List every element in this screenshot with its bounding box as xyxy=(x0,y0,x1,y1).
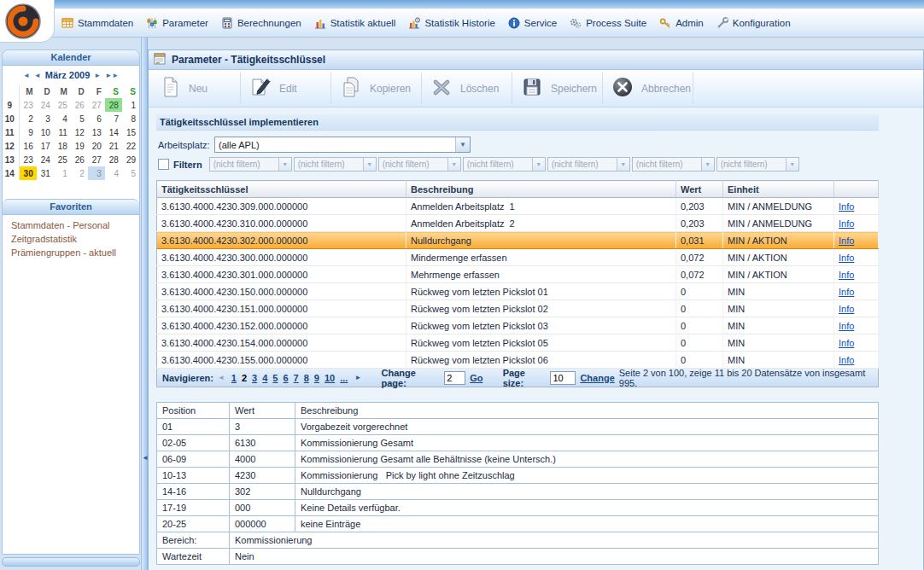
calendar-day[interactable]: 14 xyxy=(105,125,122,139)
calendar-day[interactable]: 27 xyxy=(88,153,105,166)
menu-item-berechnungen[interactable]: Berechnungen xyxy=(221,17,301,29)
page-link-...[interactable]: ... xyxy=(340,373,348,383)
calendar-day[interactable]: 1 xyxy=(54,166,71,180)
calendar-day[interactable]: 4 xyxy=(54,112,71,125)
table-row[interactable]: 3.6130.4000.4230.300.000.000000Mindermen… xyxy=(157,249,879,266)
calendar-day[interactable]: 19 xyxy=(71,139,88,153)
filter-select-1[interactable]: (nicht filtern)▼ xyxy=(209,157,292,172)
calendar-day[interactable]: 10 xyxy=(37,125,54,139)
filter-select-6[interactable]: (nicht filtern)▼ xyxy=(632,157,715,172)
calendar-day[interactable]: 4 xyxy=(105,166,122,180)
dropdown-arrow-icon[interactable]: ▼ xyxy=(455,137,470,152)
filter-select-7[interactable]: (nicht filtern)▼ xyxy=(716,157,799,172)
info-link[interactable]: Info xyxy=(839,355,854,365)
info-link[interactable]: Info xyxy=(839,218,854,229)
menu-item-stammdaten[interactable]: Stammdaten xyxy=(61,17,133,29)
page-link-8[interactable]: 8 xyxy=(304,373,309,383)
page-size-input[interactable] xyxy=(550,371,576,385)
filter-select-4[interactable]: (nicht filtern)▼ xyxy=(463,157,546,172)
table-row[interactable]: 3.6130.4000.4230.152.000.000000Rückweg v… xyxy=(157,317,879,334)
abbrechen-button[interactable]: Abbrechen xyxy=(603,73,693,104)
calendar-day[interactable]: 2 xyxy=(71,166,88,180)
calendar-day[interactable]: 3 xyxy=(88,166,105,180)
page-next-icon[interactable]: ► xyxy=(354,374,361,381)
info-link[interactable]: Info xyxy=(839,201,854,212)
page-link-10[interactable]: 10 xyxy=(325,373,335,383)
arbeitsplatz-select[interactable]: (alle APL) ▼ xyxy=(214,137,471,153)
sidebar-splitter[interactable]: ◄ xyxy=(141,38,148,570)
calendar-day[interactable]: 24 xyxy=(37,98,54,112)
filter-checkbox[interactable] xyxy=(158,159,169,170)
table-row[interactable]: 3.6130.4000.4230.301.000.000000Mehrmenge… xyxy=(157,266,879,283)
calendar-day[interactable]: 23 xyxy=(19,153,37,166)
table-row[interactable]: 3.6130.4000.4230.151.000.000000Rückweg v… xyxy=(157,300,879,317)
change-page-input[interactable] xyxy=(444,371,465,385)
calendar-day[interactable]: 16 xyxy=(19,139,37,153)
calendar-day[interactable]: 21 xyxy=(105,139,122,153)
calendar-day[interactable]: 17 xyxy=(37,139,54,153)
favorite-link-1[interactable]: Stammdaten - Personal xyxy=(11,220,131,230)
calendar-day[interactable]: 22 xyxy=(122,139,139,153)
page-link-4[interactable]: 4 xyxy=(262,373,267,383)
calendar-day[interactable]: 12 xyxy=(71,125,88,139)
calendar-day[interactable]: 9 xyxy=(19,125,37,139)
calendar-day[interactable]: 7 xyxy=(105,112,122,125)
loeschen-button[interactable]: Löschen xyxy=(422,73,512,104)
info-link[interactable]: Info xyxy=(839,253,854,263)
splitter-collapse-icon[interactable]: ◄ xyxy=(142,455,149,462)
calendar-day[interactable]: 23 xyxy=(19,98,37,112)
menu-item-parameter[interactable]: Parameter xyxy=(146,17,208,29)
page-link-1[interactable]: 1 xyxy=(231,373,237,383)
table-row[interactable]: 3.6130.4000.4230.150.000.000000Rückweg v… xyxy=(157,283,879,300)
calendar-day[interactable]: 26 xyxy=(71,153,88,166)
calendar-day[interactable]: 11 xyxy=(54,125,71,139)
calendar-next-month-icon[interactable]: ► xyxy=(94,72,101,79)
calendar-day[interactable]: 8 xyxy=(122,112,139,125)
page-link-5[interactable]: 5 xyxy=(272,373,278,383)
kopieren-button[interactable]: Kopieren xyxy=(331,73,422,104)
calendar-day[interactable]: 3 xyxy=(37,112,54,125)
menu-item-konfiguration[interactable]: Konfiguration xyxy=(716,17,791,29)
table-row[interactable]: 3.6130.4000.4230.309.000.000000Anmelden … xyxy=(157,198,879,215)
calendar-day[interactable]: 28 xyxy=(105,98,122,112)
calendar-day[interactable]: 26 xyxy=(71,98,88,112)
page-link-6[interactable]: 6 xyxy=(283,373,288,383)
info-link[interactable]: Info xyxy=(839,321,854,331)
calendar-day[interactable]: 28 xyxy=(105,153,122,166)
calendar-next-year-icon[interactable]: ►► xyxy=(105,72,119,79)
calendar-day[interactable]: 25 xyxy=(54,98,71,112)
filter-select-2[interactable]: (nicht filtern)▼ xyxy=(294,157,377,172)
calendar-prev-year-icon[interactable]: ◄ xyxy=(23,72,30,79)
calendar-day[interactable]: 5 xyxy=(122,166,139,180)
column-header-4[interactable]: Einheit xyxy=(723,181,834,198)
table-row[interactable]: 3.6130.4000.4230.155.000.000000Rückweg v… xyxy=(157,352,879,369)
calendar-day[interactable]: 13 xyxy=(88,125,105,139)
neu-button[interactable]: Neu xyxy=(150,73,241,104)
page-link-9[interactable]: 9 xyxy=(314,373,319,383)
page-link-2[interactable]: 2 xyxy=(242,373,247,383)
calendar-day[interactable]: 5 xyxy=(71,112,88,125)
page-link-7[interactable]: 7 xyxy=(294,373,299,383)
calendar-day[interactable]: 27 xyxy=(88,98,105,112)
page-link-3[interactable]: 3 xyxy=(252,373,257,383)
filter-select-5[interactable]: (nicht filtern)▼ xyxy=(547,157,630,172)
filter-select-3[interactable]: (nicht filtern)▼ xyxy=(378,157,461,172)
menu-item-process-suite[interactable]: Process Suite xyxy=(570,17,646,29)
calendar-prev-month-icon[interactable]: ◄ xyxy=(34,72,41,79)
speichern-button[interactable]: Speichern xyxy=(512,73,603,104)
favorite-link-2[interactable]: Zeitgradstatistik xyxy=(11,234,131,244)
info-link[interactable]: Info xyxy=(839,287,854,297)
calendar-day[interactable]: 25 xyxy=(54,153,71,166)
page-prev-icon[interactable]: ◄ xyxy=(218,374,225,381)
calendar-day[interactable]: 30 xyxy=(19,166,37,180)
calendar-day[interactable]: 2 xyxy=(19,112,37,125)
calendar-day[interactable]: 31 xyxy=(37,166,54,180)
edit-button[interactable]: Edit xyxy=(241,73,331,104)
menu-item-admin[interactable]: Admin xyxy=(659,17,704,29)
calendar-day[interactable]: 18 xyxy=(54,139,71,153)
menu-item-statistik-aktuell[interactable]: Statistik aktuell xyxy=(314,17,396,29)
calendar-day[interactable]: 20 xyxy=(88,139,105,153)
table-row[interactable]: 3.6130.4000.4230.154.000.000000Rückweg v… xyxy=(157,334,879,352)
column-header-3[interactable]: Wert xyxy=(676,181,723,198)
calendar-day[interactable]: 24 xyxy=(37,153,54,166)
